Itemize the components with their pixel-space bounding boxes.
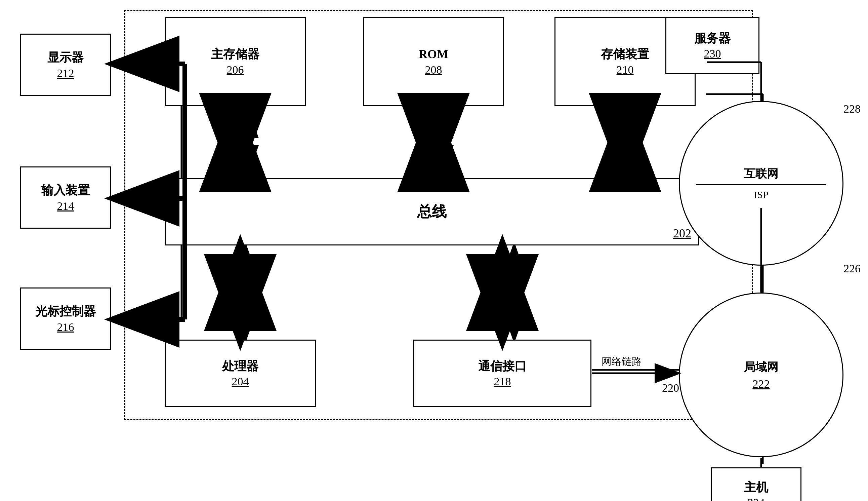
comm-interface-box: 通信接口 218 [413,340,592,407]
host-box: 主机 224 [711,467,802,501]
server-box: 服务器 230 [665,17,759,74]
network-link-number: 220 [662,382,679,394]
circle-divider [696,184,826,185]
internet-number: 228 [844,103,861,115]
diagram: 200 显示器 212 输入装置 214 光标控制器 216 主存储器 206 … [0,0,868,501]
main-memory-box: 主存储器 206 [165,17,306,106]
display-box: 显示器 212 [20,34,111,96]
isp-number: 226 [844,262,861,275]
rom-box: ROM 208 [363,17,504,106]
lan-circle: 局域网 222 [679,292,844,457]
processor-box: 处理器 204 [165,340,316,407]
internet-circle: 互联网 ISP [679,101,844,266]
bus-number: 202 [673,226,691,241]
input-device-box: 输入装置 214 [20,167,111,228]
bus-box: 总线 202 [165,178,699,245]
cursor-ctrl-box: 光标控制器 216 [20,287,111,350]
network-link-label: 网络链路 [601,355,642,369]
